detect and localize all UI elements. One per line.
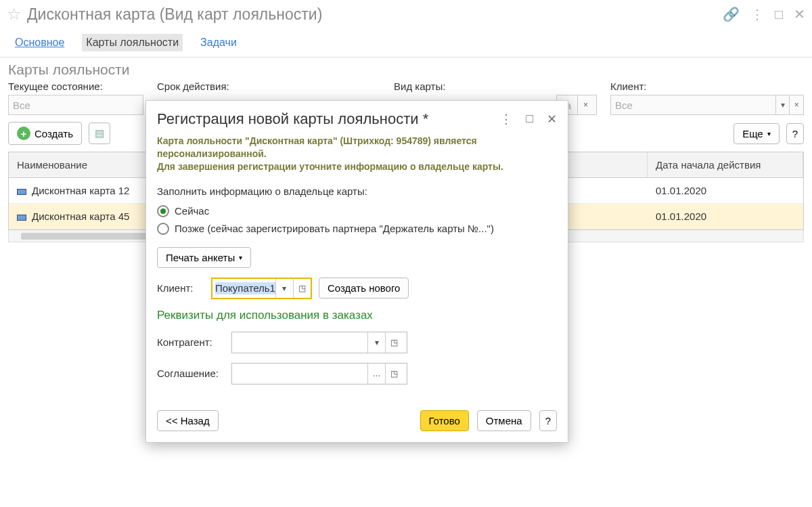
window-title: Дисконтная карта (Вид карт лояльности) [27, 5, 723, 24]
dialog-title: Регистрация новой карты лояльности * [157, 110, 500, 128]
copy-button[interactable]: ▤ [89, 123, 110, 144]
clear-icon[interactable]: × [577, 95, 593, 114]
registration-dialog: Регистрация новой карты лояльности * ⋮ □… [145, 100, 568, 242]
create-button[interactable]: + Создать [8, 122, 82, 145]
kebab-icon[interactable]: ⋮ [750, 6, 764, 22]
document-icon: ▤ [95, 127, 104, 139]
plus-icon: + [17, 127, 30, 140]
section-title: Карты лояльности [0, 58, 812, 79]
clear-icon[interactable]: × [789, 95, 803, 114]
kebab-icon[interactable]: ⋮ [500, 112, 512, 127]
tab-loyalty-cards[interactable]: Карты лояльности [82, 34, 183, 51]
filter-client-label: Клиент: [610, 81, 804, 92]
filter-state-label: Текущее состояние: [8, 81, 143, 92]
radio-icon [157, 205, 169, 217]
col-date[interactable]: Дата начала действия [648, 152, 803, 178]
filter-kind-label: Вид карты: [394, 81, 597, 92]
owner-prompt: Заполнить информацию о владельце карты: [157, 185, 557, 197]
maximize-icon[interactable]: □ [775, 7, 783, 22]
close-icon[interactable]: ✕ [794, 6, 805, 22]
tab-tasks[interactable]: Задачи [196, 34, 241, 51]
card-icon [17, 189, 26, 195]
tabbar: Основное Карты лояльности Задачи [0, 28, 812, 58]
filter-client-input[interactable]: ▾ × [610, 95, 804, 115]
info-text: Карта лояльности "Дисконтная карта" (Штр… [157, 135, 557, 173]
chevron-down-icon[interactable]: ▾ [775, 95, 790, 114]
chevron-down-icon: ▾ [767, 130, 771, 137]
more-button[interactable]: Еще ▾ [734, 123, 780, 144]
close-icon[interactable]: ✕ [547, 112, 557, 127]
radio-icon [157, 223, 169, 235]
card-icon [17, 215, 26, 221]
star-icon[interactable]: ☆ [7, 5, 22, 24]
link-icon[interactable]: 🔗 [723, 6, 740, 22]
filter-period-label: Срок действия: [157, 81, 380, 92]
filter-state-input[interactable] [8, 95, 143, 115]
maximize-icon[interactable]: □ [526, 112, 533, 127]
radio-later[interactable]: Позже (сейчас зарегистрировать партнера … [157, 220, 557, 238]
help-button[interactable]: ? [786, 123, 804, 144]
radio-now[interactable]: Сейчас [157, 202, 557, 220]
window-header: ☆ Дисконтная карта (Вид карт лояльности)… [0, 0, 812, 28]
tab-main[interactable]: Основное [11, 34, 68, 51]
